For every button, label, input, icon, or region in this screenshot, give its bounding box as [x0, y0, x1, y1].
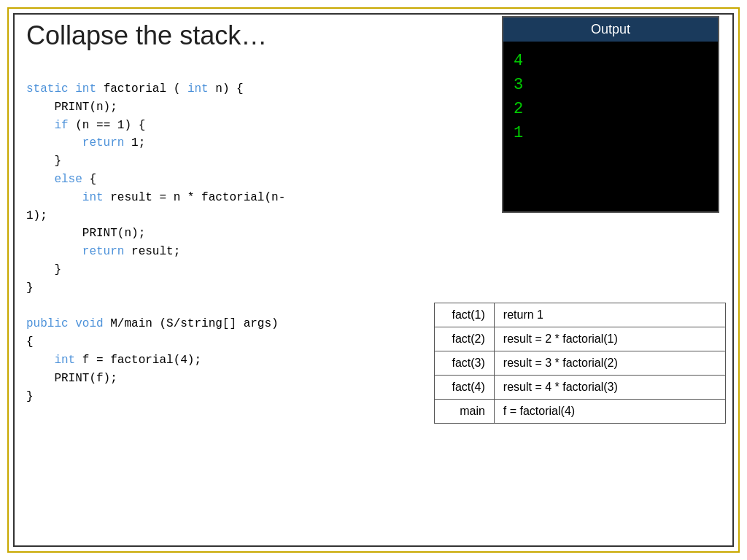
keyword-void: void [75, 317, 103, 330]
stack-row-0: fact(1)return 1 [435, 303, 726, 327]
code-line-8: 1); [26, 207, 493, 225]
code-block: static int factorial ( int n) { PRINT(n)… [26, 80, 493, 405]
keyword-int-4: int [54, 354, 75, 367]
keyword-return-2: return [82, 245, 125, 258]
stack-label-2: fact(3) [435, 351, 495, 376]
keyword-public: public [26, 317, 69, 330]
stack-row-1: fact(2)result = 2 * factorial(1) [435, 327, 726, 351]
stack-value-4: f = factorial(4) [494, 400, 725, 424]
code-line-16: int f = factorial(4); [26, 351, 493, 370]
stack-table: fact(1)return 1fact(2)result = 2 * facto… [434, 303, 726, 424]
output-panel: Output 4 3 2 1 [502, 16, 719, 213]
code-line-15: { [26, 333, 493, 351]
output-line-1: 4 [514, 49, 708, 73]
output-line-3: 2 [514, 97, 708, 121]
keyword-else: else [54, 173, 82, 186]
keyword-int-2: int [187, 82, 209, 96]
keyword-if: if [54, 119, 68, 132]
code-line-9: PRINT(n); [26, 225, 493, 243]
output-header: Output [503, 18, 718, 42]
stack-row-2: fact(3)result = 3 * factorial(2) [435, 351, 726, 376]
keyword-static: static [26, 82, 69, 96]
stack-value-0: return 1 [494, 303, 725, 327]
code-line-11: } [26, 261, 493, 279]
stack-value-1: result = 2 * factorial(1) [494, 327, 725, 351]
code-line-13 [26, 298, 493, 316]
keyword-int-3: int [82, 191, 104, 204]
stack-label-0: fact(1) [435, 303, 495, 327]
stack-label-1: fact(2) [435, 327, 495, 351]
code-line-12: } [26, 279, 493, 298]
code-line-18: } [26, 388, 493, 406]
code-line-5: } [26, 152, 493, 171]
output-content: 4 3 2 1 [503, 42, 718, 152]
code-line-4: return 1; [26, 134, 493, 152]
output-line-4: 1 [514, 121, 708, 145]
stack-value-3: result = 4 * factorial(3) [494, 376, 725, 400]
page-title: Collapse the stack… [26, 20, 267, 51]
stack-label-4: main [435, 400, 495, 424]
code-line-3: if (n == 1) { [26, 117, 493, 135]
code-line-1: static int factorial ( int n) { [26, 80, 493, 98]
code-line-2: PRINT(n); [26, 98, 493, 117]
stack-label-3: fact(4) [435, 376, 495, 400]
code-line-10: return result; [26, 243, 493, 261]
code-line-14: public void M/main (S/string[] args) [26, 315, 493, 333]
stack-row-4: mainf = factorial(4) [435, 400, 726, 424]
code-line-7: int result = n * factorial(n- [26, 189, 493, 207]
keyword-int-1: int [75, 82, 96, 96]
stack-row-3: fact(4)result = 4 * factorial(3) [435, 376, 726, 400]
code-line-17: PRINT(f); [26, 370, 493, 388]
keyword-return-1: return [82, 136, 125, 149]
output-line-2: 3 [514, 73, 708, 97]
stack-value-2: result = 3 * factorial(2) [494, 351, 725, 376]
code-line-6: else { [26, 171, 493, 189]
